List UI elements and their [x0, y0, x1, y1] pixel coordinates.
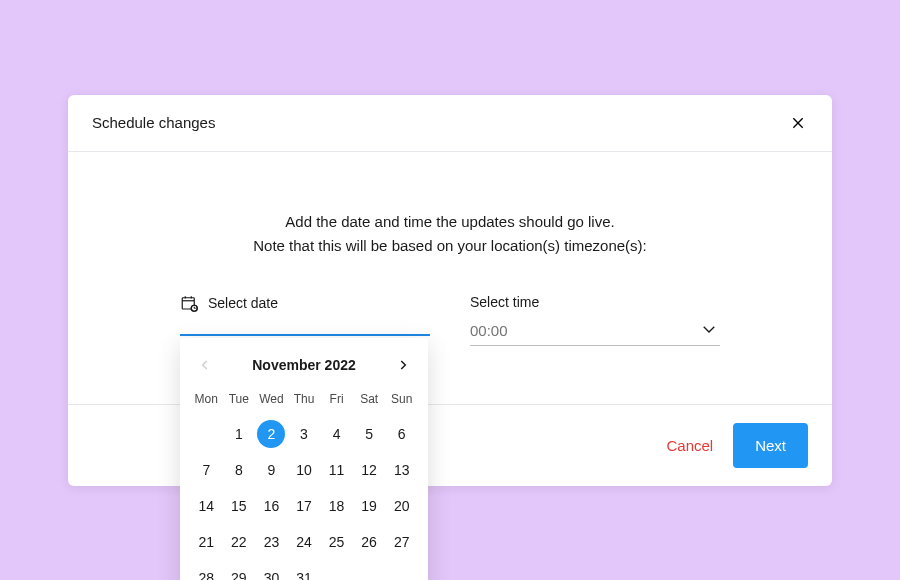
time-label: Select time	[470, 294, 539, 310]
fields-row: Select date November 2022 MonTueWedTh	[108, 294, 792, 346]
calendar-day[interactable]: 31	[290, 564, 318, 581]
calendar-day[interactable]: 22	[225, 528, 253, 556]
calendar-weekday: Thu	[288, 386, 321, 412]
calendar-day[interactable]: 9	[257, 456, 285, 484]
calendar-month-label: November 2022	[252, 357, 356, 373]
calendar-grid: MonTueWedThuFriSatSun1234567891011121314…	[190, 386, 418, 581]
time-label-row: Select time	[470, 294, 720, 310]
calendar-day[interactable]: 5	[355, 420, 383, 448]
modal-title: Schedule changes	[92, 114, 215, 131]
close-button[interactable]	[788, 113, 808, 133]
calendar-day[interactable]: 21	[192, 528, 220, 556]
calendar-day[interactable]: 10	[290, 456, 318, 484]
calendar-weekday: Sun	[385, 386, 418, 412]
calendar-weekday: Mon	[190, 386, 223, 412]
calendar-day[interactable]: 2	[257, 420, 285, 448]
calendar-day[interactable]: 30	[257, 564, 285, 581]
calendar-header: November 2022	[190, 350, 418, 386]
calendar-day[interactable]: 1	[225, 420, 253, 448]
calendar-day[interactable]: 11	[323, 456, 351, 484]
date-label: Select date	[208, 295, 278, 311]
calendar-day[interactable]: 16	[257, 492, 285, 520]
modal-body: Add the date and time the updates should…	[68, 152, 832, 404]
calendar-weekday: Fri	[320, 386, 353, 412]
time-field: Select time	[470, 294, 720, 346]
time-input[interactable]	[470, 318, 720, 346]
calendar-weekday: Wed	[255, 386, 288, 412]
calendar-day[interactable]: 27	[388, 528, 416, 556]
calendar-day[interactable]: 28	[192, 564, 220, 581]
calendar-day[interactable]: 13	[388, 456, 416, 484]
calendar-day[interactable]: 3	[290, 420, 318, 448]
calendar-day[interactable]: 20	[388, 492, 416, 520]
instruction-line-1: Add the date and time the updates should…	[108, 210, 792, 234]
calendar-day[interactable]: 7	[192, 456, 220, 484]
close-icon	[790, 115, 806, 131]
calendar-day[interactable]: 25	[323, 528, 351, 556]
modal-header: Schedule changes	[68, 95, 832, 152]
calendar-day[interactable]: 14	[192, 492, 220, 520]
cancel-button[interactable]: Cancel	[662, 427, 717, 464]
calendar-day[interactable]: 15	[225, 492, 253, 520]
calendar-day[interactable]: 23	[257, 528, 285, 556]
calendar-day[interactable]: 18	[323, 492, 351, 520]
calendar-day[interactable]: 26	[355, 528, 383, 556]
calendar-day[interactable]: 17	[290, 492, 318, 520]
chevron-right-icon	[396, 358, 410, 372]
calendar-day[interactable]: 24	[290, 528, 318, 556]
time-input-wrapper	[470, 318, 720, 346]
calendar-weekday: Sat	[353, 386, 386, 412]
calendar-day[interactable]: 8	[225, 456, 253, 484]
instruction-line-2: Note that this will be based on your loc…	[108, 234, 792, 258]
date-label-row: Select date	[180, 294, 430, 312]
calendar-empty-cell	[192, 420, 220, 448]
calendar-weekday: Tue	[223, 386, 256, 412]
chevron-left-icon	[198, 358, 212, 372]
calendar-prev-button[interactable]	[194, 354, 216, 376]
date-field: Select date November 2022 MonTueWedTh	[180, 294, 430, 336]
calendar-day[interactable]: 12	[355, 456, 383, 484]
calendar-day[interactable]: 29	[225, 564, 253, 581]
calendar-popover: November 2022 MonTueWedThuFriSatSun12345…	[180, 338, 428, 581]
next-button[interactable]: Next	[733, 423, 808, 468]
date-input[interactable]	[180, 334, 430, 336]
schedule-changes-modal: Schedule changes Add the date and time t…	[68, 95, 832, 486]
calendar-day[interactable]: 6	[388, 420, 416, 448]
calendar-icon	[180, 294, 198, 312]
calendar-day[interactable]: 4	[323, 420, 351, 448]
calendar-next-button[interactable]	[392, 354, 414, 376]
calendar-day[interactable]: 19	[355, 492, 383, 520]
